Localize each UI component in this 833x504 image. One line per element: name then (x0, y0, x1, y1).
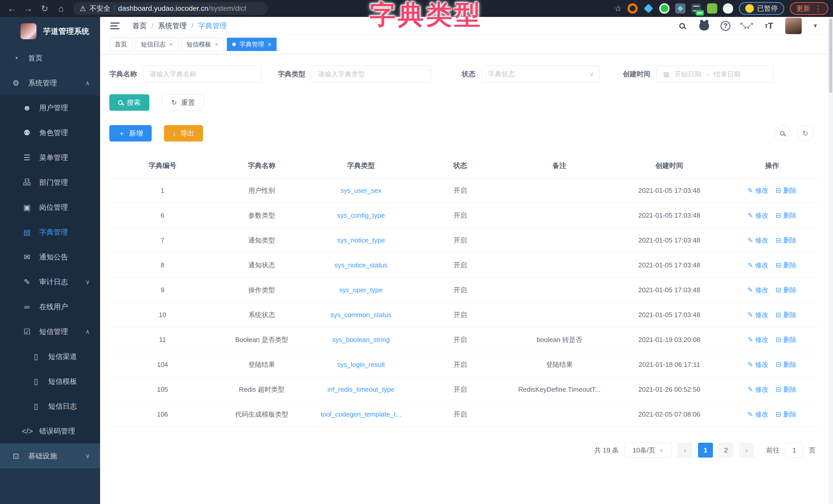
extension-green-circle-icon[interactable] (659, 3, 669, 14)
user-avatar[interactable] (785, 18, 802, 34)
tab-短信模板[interactable]: 短信模板× (181, 38, 224, 51)
extension-tiles-icon[interactable] (675, 3, 686, 14)
edit-link[interactable]: ✎修改 (747, 236, 768, 245)
sidebar-item-菜单管理[interactable]: ☰菜单管理 (0, 145, 100, 170)
dict-type-link[interactable]: sys_boolean_string (332, 336, 389, 344)
close-tab-icon[interactable]: × (169, 41, 173, 48)
sidebar-item-通知公告[interactable]: ✉通知公告 (0, 245, 100, 270)
dict-type-link[interactable]: sys_oper_type (339, 286, 383, 294)
next-page-button[interactable]: › (739, 443, 754, 458)
dict-type-link[interactable]: inf_redis_timeout_type (328, 385, 395, 393)
edit-link[interactable]: ✎修改 (747, 385, 768, 394)
edit-link[interactable]: ✎修改 (747, 261, 768, 270)
show-search-button[interactable] (774, 125, 790, 142)
sidebar-item-基础设施[interactable]: ⊡基础设施∨ (0, 444, 100, 469)
refresh-table-button[interactable]: ↻ (797, 125, 813, 142)
home-button[interactable]: ⌂ (54, 2, 68, 15)
search-icon[interactable] (676, 20, 688, 31)
close-tab-icon[interactable]: × (268, 41, 271, 48)
edit-link[interactable]: ✎修改 (747, 211, 768, 220)
page-size-select[interactable]: 10条/页 ∨ (624, 443, 672, 458)
sidebar-item-在线用户[interactable]: ∞在线用户 (0, 294, 100, 319)
sidebar-item-首页[interactable]: ◔首页 (0, 46, 100, 71)
github-icon[interactable] (698, 20, 710, 31)
tab-首页[interactable]: 首页 (109, 38, 133, 51)
tab-短信日志[interactable]: 短信日志× (136, 38, 178, 51)
edit-link[interactable]: ✎修改 (747, 285, 768, 295)
extension-on-badge-icon[interactable]: on (691, 3, 701, 14)
tab-字典管理[interactable]: 字典管理× (227, 38, 277, 51)
bookmark-star-icon[interactable]: ☆ (614, 4, 622, 13)
sidebar-item-短信日志[interactable]: ▯短信日志 (0, 394, 100, 419)
chevron-down-icon[interactable]: ▼ (812, 23, 818, 29)
sidebar-item-错误码管理[interactable]: </>错误码管理 (0, 419, 100, 444)
dict-type-link[interactable]: sys_common_status (331, 311, 391, 319)
goto-page-input[interactable]: 1 (785, 443, 803, 458)
delete-link[interactable]: ⊟删除 (776, 236, 796, 245)
page-button-2[interactable]: 2 (718, 443, 733, 458)
app-logo-row[interactable]: 芋道管理系统 (0, 17, 100, 46)
search-button[interactable]: 搜索 (109, 94, 149, 111)
extension-white-blob-icon[interactable] (723, 3, 733, 14)
edit-link[interactable]: ✎修改 (747, 310, 768, 320)
extension-blue-gem-icon[interactable] (643, 3, 653, 14)
address-bar[interactable]: ⚠ 不安全 dashboard.yudao.iocoder.cn/system/… (73, 2, 268, 15)
dict-type-link[interactable]: sys_config_type (337, 211, 385, 219)
fullscreen-icon[interactable]: ⤡⤢ (741, 20, 753, 31)
date-end-input[interactable]: 结束日期 (714, 70, 740, 79)
date-start-input[interactable]: 开始日期 (675, 70, 701, 79)
breadcrumb-home[interactable]: 首页 (133, 21, 147, 31)
sidebar-item-短信模板[interactable]: ▯短信模板 (0, 369, 100, 394)
delete-link[interactable]: ⊟删除 (776, 360, 796, 369)
close-tab-icon[interactable]: × (215, 41, 218, 48)
dict-type-link[interactable]: tool_codegen_template_t... (321, 410, 401, 418)
scrollbar-thumb[interactable] (829, 19, 832, 93)
delete-link[interactable]: ⊟删除 (776, 310, 796, 320)
dict-type-link[interactable]: sys_notice_status (334, 261, 387, 269)
dict-type-link[interactable]: sys_notice_type (337, 236, 385, 244)
edit-link[interactable]: ✎修改 (747, 360, 768, 369)
date-range-picker[interactable]: ▦ 开始日期 - 结束日期 (657, 66, 774, 82)
prev-page-button[interactable]: ‹ (677, 443, 692, 458)
edit-link[interactable]: ✎修改 (747, 186, 768, 195)
sidebar-item-短信渠道[interactable]: ▯短信渠道 (0, 344, 100, 369)
dict-type-link[interactable]: sys_user_sex (340, 186, 381, 194)
reset-button[interactable]: ↻重置 (162, 94, 204, 111)
sidebar-item-字典管理[interactable]: ▤字典管理 (0, 220, 100, 245)
sidebar-item-岗位管理[interactable]: ▣岗位管理 (0, 195, 100, 220)
forward-button[interactable]: → (21, 2, 35, 15)
delete-link[interactable]: ⊟删除 (776, 186, 796, 195)
page-scrollbar[interactable] (828, 17, 833, 504)
browser-menu-icon[interactable]: ⋮ (814, 4, 822, 13)
font-size-icon[interactable]: тT (763, 20, 775, 31)
delete-link[interactable]: ⊟删除 (776, 261, 796, 270)
delete-link[interactable]: ⊟删除 (776, 335, 796, 344)
sidebar-item-部门管理[interactable]: 品部门管理 (0, 170, 100, 195)
delete-link[interactable]: ⊟删除 (776, 285, 796, 295)
sidebar-item-角色管理[interactable]: ⚉角色管理 (0, 120, 100, 145)
dict-type-input[interactable]: 请输入字典类型 (312, 66, 431, 82)
delete-link[interactable]: ⊟删除 (776, 385, 796, 394)
collapse-sidebar-button[interactable] (110, 23, 120, 29)
help-icon[interactable]: ? (721, 21, 730, 31)
delete-link[interactable]: ⊟删除 (776, 211, 796, 220)
edit-link[interactable]: ✎修改 (747, 335, 768, 344)
sidebar-item-系统管理[interactable]: ⚙系统管理∧ (0, 71, 100, 95)
page-button-1[interactable]: 1 (698, 443, 713, 458)
dict-type-link[interactable]: sys_login_result (337, 361, 385, 369)
status-select[interactable]: 字典状态 ∨ (482, 66, 600, 82)
add-button[interactable]: ＋新增 (109, 125, 152, 142)
extension-green-square-icon[interactable] (707, 3, 717, 14)
delete-link[interactable]: ⊟删除 (776, 410, 796, 419)
sidebar-item-用户管理[interactable]: ☻用户管理 (0, 95, 100, 120)
sidebar-item-短信管理[interactable]: ☑短信管理∧ (0, 319, 100, 344)
breadcrumb-system[interactable]: 系统管理 (158, 21, 187, 31)
extension-orange-ring-icon[interactable] (627, 3, 638, 14)
export-button[interactable]: ↓导出 (164, 125, 203, 142)
dict-name-input[interactable]: 请输入字典名称 (143, 66, 261, 82)
sidebar-item-审计日志[interactable]: ✎审计日志∨ (0, 270, 100, 294)
reload-button[interactable]: ↻ (38, 2, 52, 15)
update-browser-button[interactable]: 更新 ⋮ (790, 2, 828, 15)
back-button[interactable]: ← (5, 2, 19, 15)
paused-extension-chip[interactable]: 已暂停 (739, 2, 784, 15)
